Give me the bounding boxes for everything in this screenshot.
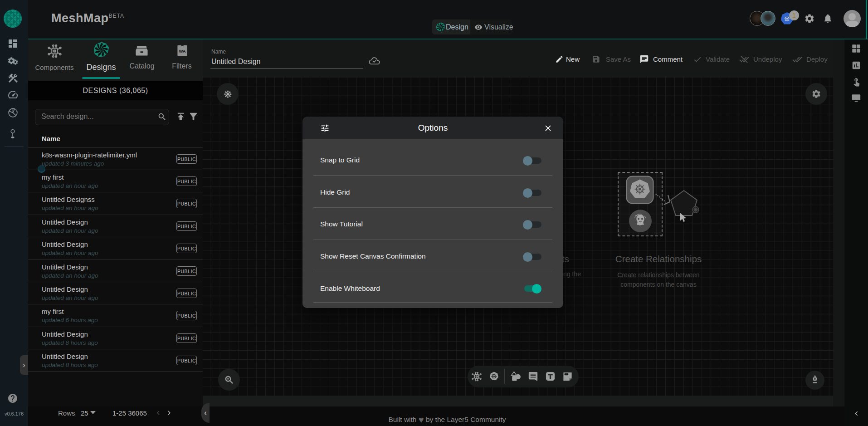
svg-text:WA: WA	[179, 49, 185, 54]
